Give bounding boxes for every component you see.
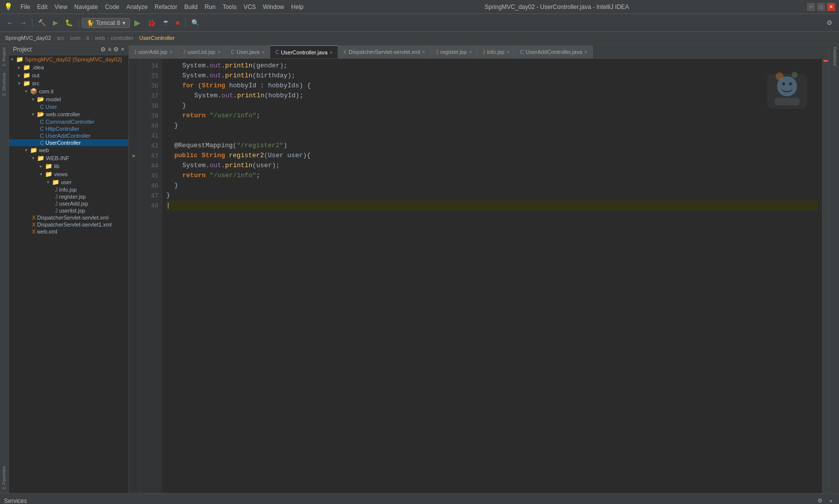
debug-btn[interactable]: 🐞 [145, 17, 158, 28]
tab-label-usercontroller: UserController.java [281, 49, 328, 55]
menu-build[interactable]: Build [181, 2, 201, 11]
menu-vcs[interactable]: VCS [241, 2, 259, 11]
run-configuration[interactable]: 🐈 Tomcat 8 ▾ [82, 18, 130, 28]
project-gear-icon[interactable]: ⚙ [100, 46, 106, 53]
tab-close-info[interactable]: × [506, 49, 509, 55]
project-header-icons: ⚙ ≡ ⚙ × [100, 46, 124, 53]
breadcrumb-part-2[interactable]: com [70, 35, 80, 41]
tree-dispatcher1-xml[interactable]: X DispatcherServlet-servlet1.xml [9, 221, 128, 228]
tab-userlist-jsp[interactable]: J userList.jsp × [178, 45, 226, 58]
close-button[interactable]: ✕ [827, 3, 835, 11]
menu-window[interactable]: Window [260, 2, 287, 11]
tree-user-controller[interactable]: C UserController [9, 139, 128, 146]
tree-webinf[interactable]: ▾ 📁 WEB-INF [9, 154, 128, 162]
toolbar-forward[interactable]: → [17, 17, 29, 28]
menu-view[interactable]: View [51, 2, 70, 11]
tree-useradd-jsp[interactable]: J userAdd.jsp [9, 200, 128, 207]
tab-register-jsp[interactable]: J register.jsp × [431, 45, 478, 58]
settings-btn[interactable]: ⚙ [824, 17, 835, 28]
menu-navigate[interactable]: Navigate [71, 2, 101, 11]
tab-close-useraddcontroller[interactable]: × [584, 49, 587, 55]
services-close-btn[interactable]: × [827, 496, 835, 504]
project-close-icon[interactable]: × [121, 46, 124, 53]
menu-code[interactable]: Code [102, 2, 122, 11]
tree-out[interactable]: ▸ 📁 out [9, 71, 128, 79]
tab-close-register[interactable]: × [469, 49, 472, 55]
breadcrumb-part-5[interactable]: controller [111, 35, 133, 41]
title-bar: 💡 File Edit View Navigate Code Analyze R… [0, 0, 839, 14]
tree-idea[interactable]: ▸ 📁 .idea [9, 63, 128, 71]
toolbar-debug[interactable]: 🐛 [62, 17, 75, 28]
tree-web[interactable]: ▾ 📁 web [9, 146, 128, 154]
run-config-dropdown-icon: ▾ [122, 19, 125, 26]
project-config-icon[interactable]: ≡ [108, 46, 111, 53]
menu-analyze[interactable]: Analyze [123, 2, 151, 11]
tree-userlist-jsp[interactable]: J userlist.jsp [9, 207, 128, 214]
tab-icon-register: J [436, 49, 438, 55]
stop-btn[interactable]: ■ [173, 17, 182, 28]
tab-close-userlist[interactable]: × [217, 49, 220, 55]
code-content[interactable]: System.out.println(gender); System.out.p… [162, 59, 822, 493]
tab-user-java[interactable]: C User.java × [226, 45, 271, 58]
tree-command-controller[interactable]: C CommandController [9, 118, 128, 125]
breadcrumb-part-1[interactable]: src [57, 35, 64, 41]
tab-close-usercontroller[interactable]: × [330, 49, 333, 55]
services-settings-btn[interactable]: ⚙ [815, 496, 825, 504]
tree-dispatcher-xml[interactable]: X DispatcherServlet-servlet.xml [9, 214, 128, 221]
code-editor[interactable]: ▶ 34 35 36 37 38 39 40 41 42 43 [129, 59, 829, 493]
favorites-tab-side[interactable]: 2: Favorites [0, 463, 8, 493]
menu-help[interactable]: Help [288, 2, 307, 11]
tab-close-useradd[interactable]: × [169, 49, 172, 55]
tab-useradd-jsp[interactable]: J userAdd.jsp × [129, 45, 178, 58]
tree-register-jsp[interactable]: J register.jsp [9, 193, 128, 200]
tree-user-java[interactable]: C User [9, 103, 128, 110]
tree-http-controller[interactable]: C HttpController [9, 125, 128, 132]
tab-info-jsp[interactable]: J info.jsp × [477, 45, 515, 58]
tree-web-controller[interactable]: ▾ 📂 web.controller [9, 110, 128, 118]
tree-web-xml[interactable]: X web.xml [9, 228, 128, 235]
linenum-36: 36 [140, 81, 158, 91]
toolbar-run[interactable]: ▶ [50, 17, 60, 28]
maximize-button[interactable]: □ [817, 3, 825, 11]
tree-src[interactable]: ▾ 📁 src [9, 79, 128, 87]
menu-file[interactable]: File [17, 2, 33, 11]
tree-model[interactable]: ▾ 📂 model [9, 95, 128, 103]
toolbar-build[interactable]: 🔨 [35, 17, 48, 28]
tree-info-jsp[interactable]: J info.jsp [9, 186, 128, 193]
toolbar-back[interactable]: ← [4, 17, 15, 28]
editor-scrollbar[interactable] [822, 59, 829, 493]
avatar-svg [757, 64, 817, 119]
services-title: Services [4, 498, 27, 504]
tree-user-folder[interactable]: ▾ 📁 user [9, 178, 128, 186]
project-tab[interactable]: 1: Project [0, 44, 8, 69]
search-everywhere[interactable]: 🔍 [189, 17, 202, 28]
project-settings-icon[interactable]: ⚙ [113, 46, 119, 53]
run-btn[interactable]: ▶ [132, 16, 143, 29]
menu-edit[interactable]: Edit [34, 2, 50, 11]
tree-comit[interactable]: ▾ 📦 com.it [9, 87, 128, 95]
tree-useradd-controller[interactable]: C UserAddController [9, 132, 128, 139]
breadcrumb-part-3[interactable]: it [86, 35, 89, 41]
tab-close-dispatcher[interactable]: × [422, 49, 425, 55]
coverage-btn[interactable]: ☂ [160, 17, 171, 28]
main-area: 1: Project 2: Structure 2: Favorites Pro… [0, 44, 839, 493]
tree-root[interactable]: ▾ 📁 SpringMVC_day02 [SpringMVC_day02] [9, 55, 128, 63]
tab-close-user[interactable]: × [262, 49, 265, 55]
tree-views[interactable]: ▾ 📁 views [9, 170, 128, 178]
database-tab[interactable]: Database [830, 44, 839, 69]
menu-run[interactable]: Run [202, 2, 219, 11]
structure-tab-side[interactable]: 2: Structure [0, 69, 8, 99]
menu-refactor[interactable]: Refactor [152, 2, 180, 11]
minimize-button[interactable]: ─ [807, 3, 815, 11]
breadcrumb-part-0[interactable]: SpringMVC_day02 [5, 35, 51, 41]
tree-lib[interactable]: ▸ 📁 lib [9, 162, 128, 170]
tab-useraddcontroller-java[interactable]: C UserAddController.java × [515, 45, 593, 58]
linenum-46: 46 [140, 181, 158, 191]
menu-tools[interactable]: Tools [220, 2, 240, 11]
breadcrumb-part-4[interactable]: web [95, 35, 105, 41]
tab-dispatcherservlet-xml[interactable]: X DispatcherServlet-servlet.xml × [338, 45, 430, 58]
breadcrumb-part-6[interactable]: UserController [139, 35, 175, 41]
tab-usercontroller-java[interactable]: C UserController.java × [270, 45, 338, 58]
run-gutter-icon[interactable]: ▶ [132, 153, 135, 159]
gutter-42 [129, 141, 139, 151]
